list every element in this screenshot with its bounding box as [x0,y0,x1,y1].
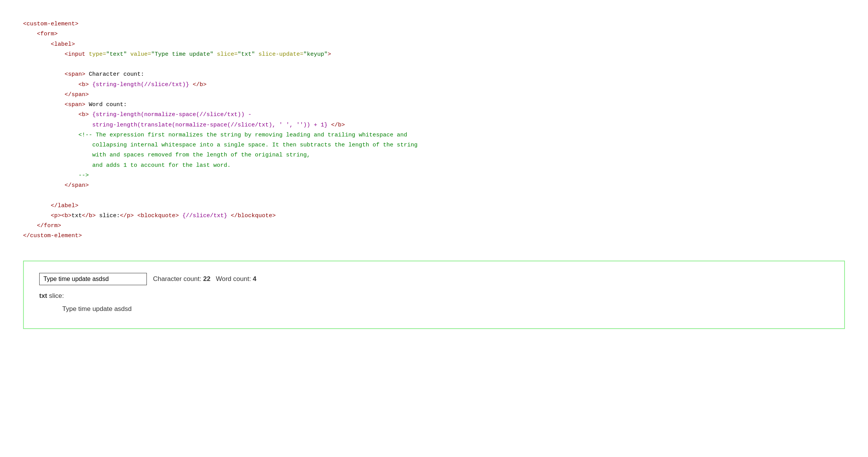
code-attr-value: value= [130,51,151,58]
code-b-close-2: </b> [331,122,345,128]
demo-char-label: Character count: 22 Word count: 4 [153,275,256,283]
code-comment-5: --> [78,172,89,179]
demo-blockquote: Type time update asdsd [62,305,829,313]
code-tag-close-input: > [328,51,331,58]
code-b-close-1: </b> [193,81,206,88]
code-comment-4: and adds 1 to account for the last word. [92,162,231,169]
code-block: <custom-element> <form> <label> <input t… [23,19,845,241]
code-span-open-2: <span> [65,101,85,108]
code-expr-2: {string-length(normalize-space(//slice/t… [92,111,251,118]
code-blockquote-close: </blockquote> [231,213,276,219]
code-val-slice: "txt" [238,51,255,58]
code-span-close-2: </span> [65,182,89,189]
code-form-close: </form> [37,223,61,229]
demo-p-suffix: slice: [49,292,64,299]
code-expr-1: {string-length(//slice/txt)} [92,81,189,88]
code-val-sliceupdate: "keyup" [303,51,328,58]
demo-p-label: txt [39,292,47,299]
code-attr-slice: slice= [217,51,238,58]
code-section: <custom-element> <form> <label> <input t… [23,12,845,253]
char-count-value: 22 [203,275,210,283]
code-custom-close: </custom-element> [23,233,82,239]
word-count-label-text: Word count: [216,275,251,283]
code-attr-type: type= [89,51,106,58]
demo-text-input[interactable] [39,273,147,285]
word-count-value: 4 [253,275,256,283]
code-b-open-2: <b> [78,111,89,118]
code-text-slice: slice: [96,213,120,219]
code-text-wordcount: Word count: [85,101,127,108]
code-b-open-1: <b> [78,81,89,88]
code-label-close: </label> [51,203,78,209]
code-expr-4: {//slice/txt} [182,213,227,219]
code-attr-sliceupdate: slice-update= [258,51,303,58]
demo-blockquote-text: Type time update asdsd [62,305,132,312]
page-container: <custom-element> <form> <label> <input t… [0,0,868,457]
code-p-open: <p> [51,213,61,219]
code-text-txt: txt [72,213,82,219]
code-blockquote-open: <blockquote> [137,213,179,219]
code-comment-2: collapsing internal whitespace into a si… [92,142,417,148]
code-line-4: <input [65,51,85,58]
code-expr-3: string-length(translate(normalize-space(… [92,122,328,128]
code-val-value: "Type time update" [151,51,213,58]
code-comment-3: with and spaces removed from the length … [92,152,310,158]
code-b-open-3: <b> [61,213,72,219]
code-line-3: <label> [51,41,75,48]
code-span-open-1: <span> [65,71,85,78]
demo-p-row: txt slice: [39,292,829,300]
char-count-label-text: Character count: [153,275,201,283]
demo-section: Character count: 22 Word count: 4 txt sl… [23,261,845,329]
code-comment-1: <!-- The expression first normalizes the… [78,132,407,138]
code-span-close-1: </span> [65,91,89,98]
code-line-1: <custom-element> [23,21,78,27]
demo-input-row: Character count: 22 Word count: 4 [39,273,829,285]
code-b-close-3: </b> [82,213,96,219]
code-p-close: </p> [120,213,134,219]
code-val-type: "text" [106,51,127,58]
code-text-charcount: Character count: [85,71,144,78]
code-line-2: <form> [37,31,58,37]
